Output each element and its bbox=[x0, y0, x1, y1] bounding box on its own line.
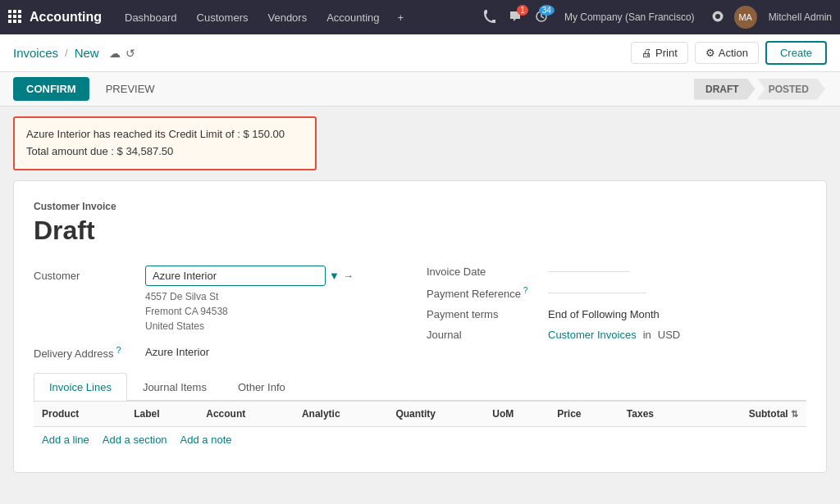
customer-field-wrapper: ▼ → 4557 De Silva St Fremont CA 94538 Un… bbox=[145, 266, 354, 334]
breadcrumb-current: New bbox=[75, 46, 99, 60]
scrollable-content: Accounting Dashboard Customers Vendors A… bbox=[0, 0, 840, 504]
svg-rect-7 bbox=[13, 20, 16, 23]
breadcrumb-parent[interactable]: Invoices bbox=[13, 46, 58, 60]
col-subtotal: Subtotal ⇅ bbox=[693, 401, 806, 426]
breadcrumb-bar: Invoices / New ☁ ↺ 🖨 Print ⚙ Action Crea… bbox=[0, 34, 840, 72]
add-line-link[interactable]: Add a line bbox=[42, 434, 89, 446]
delivery-help-icon[interactable]: ? bbox=[114, 345, 121, 355]
payment-terms-value: End of Following Month bbox=[548, 308, 660, 320]
customer-dropdown-icon[interactable]: ▼ bbox=[329, 270, 340, 282]
delivery-address-value: Azure Interior bbox=[145, 346, 209, 358]
cloud-save-icon[interactable]: ☁ bbox=[109, 47, 121, 60]
add-links-row: Add a line Add a section Add a note bbox=[34, 427, 806, 452]
preview-button[interactable]: PREVIEW bbox=[96, 77, 165, 101]
nav-accounting[interactable]: Accounting bbox=[318, 8, 387, 27]
chat-icon[interactable]: 1 bbox=[505, 7, 525, 29]
nav-vendors[interactable]: Vendors bbox=[259, 8, 315, 27]
journal-label: Journal bbox=[427, 329, 541, 341]
svg-rect-2 bbox=[18, 10, 21, 13]
svg-rect-6 bbox=[8, 20, 11, 23]
phone-icon[interactable] bbox=[479, 7, 499, 29]
journal-value[interactable]: Customer Invoices bbox=[548, 329, 637, 341]
address-street: 4557 De Silva St bbox=[145, 289, 354, 304]
invoice-date-row: Invoice Date bbox=[427, 266, 806, 278]
svg-rect-8 bbox=[18, 20, 21, 23]
svg-rect-3 bbox=[8, 15, 11, 18]
col-analytic: Analytic bbox=[294, 401, 387, 426]
sort-icon[interactable]: ⇅ bbox=[791, 409, 798, 419]
confirm-button[interactable]: CONFIRM bbox=[13, 77, 89, 101]
printer-icon: 🖨 bbox=[641, 47, 652, 59]
gear-icon: ⚙ bbox=[705, 47, 715, 59]
svg-rect-5 bbox=[18, 15, 21, 18]
journal-in: in bbox=[643, 329, 651, 341]
invoice-date-value[interactable] bbox=[548, 271, 630, 272]
delivery-address-label: Delivery Address ? bbox=[34, 345, 132, 360]
invoice-type-label: Customer Invoice bbox=[34, 201, 806, 212]
table-header-row: Product Label Account Analytic Quantity … bbox=[34, 401, 806, 426]
action-button[interactable]: ⚙ Action bbox=[695, 42, 759, 64]
address-city: Fremont CA 94538 bbox=[145, 304, 354, 319]
address-country: United States bbox=[145, 319, 354, 334]
payment-ref-help[interactable]: ? bbox=[521, 286, 527, 295]
svg-rect-1 bbox=[13, 10, 16, 13]
main-content: Customer Invoice Draft Customer ▼ → 4557… bbox=[13, 180, 827, 473]
nav-dashboard[interactable]: Dashboard bbox=[116, 8, 185, 27]
svg-rect-4 bbox=[13, 15, 16, 18]
status-draft: DRAFT bbox=[694, 79, 756, 100]
alert-line1: Azure Interior has reached its Credit Li… bbox=[26, 126, 304, 143]
print-button[interactable]: 🖨 Print bbox=[631, 42, 688, 64]
add-section-link[interactable]: Add a section bbox=[103, 434, 167, 446]
create-button[interactable]: Create bbox=[765, 41, 827, 65]
breadcrumb-separator: / bbox=[65, 47, 68, 59]
add-note-link[interactable]: Add a note bbox=[180, 434, 232, 446]
invoice-lines-table: Product Label Account Analytic Quantity … bbox=[34, 401, 806, 427]
col-account: Account bbox=[198, 401, 294, 426]
customer-address: 4557 De Silva St Fremont CA 94538 United… bbox=[145, 289, 354, 334]
tab-other-info[interactable]: Other Info bbox=[222, 373, 301, 401]
nav-add-icon[interactable]: + bbox=[391, 8, 411, 27]
action-bar: CONFIRM PREVIEW DRAFT POSTED bbox=[0, 72, 840, 107]
chat-badge: 1 bbox=[517, 5, 528, 16]
top-nav: Accounting Dashboard Customers Vendors A… bbox=[0, 0, 840, 34]
payment-ref-value[interactable] bbox=[548, 293, 646, 293]
col-price: Price bbox=[549, 401, 619, 426]
breadcrumb-icons: ☁ ↺ bbox=[109, 47, 135, 60]
payment-terms-row: Payment terms End of Following Month bbox=[427, 308, 806, 320]
customer-label: Customer bbox=[34, 266, 132, 282]
page-wrapper: Accounting Dashboard Customers Vendors A… bbox=[0, 0, 840, 504]
journal-currency: USD bbox=[658, 329, 680, 341]
svg-rect-0 bbox=[8, 10, 11, 13]
settings-icon[interactable] bbox=[708, 7, 728, 29]
app-grid-icon[interactable] bbox=[8, 10, 21, 25]
invoice-status: Draft bbox=[34, 216, 806, 246]
form-left: Customer ▼ → 4557 De Silva St Fremont CA… bbox=[34, 266, 413, 360]
status-posted: POSTED bbox=[757, 79, 825, 100]
credit-limit-alert: Azure Interior has reached its Credit Li… bbox=[13, 116, 317, 170]
tab-journal-items[interactable]: Journal Items bbox=[127, 373, 222, 401]
company-name: My Company (San Francisco) bbox=[564, 11, 695, 23]
customer-external-link-icon[interactable]: → bbox=[343, 270, 354, 282]
tab-invoice-lines[interactable]: Invoice Lines bbox=[34, 373, 127, 401]
col-product: Product bbox=[34, 401, 126, 426]
user-name: Mitchell Admin bbox=[769, 11, 832, 23]
customer-input[interactable] bbox=[145, 266, 326, 286]
tabs-bar: Invoice Lines Journal Items Other Info bbox=[34, 373, 806, 401]
payment-terms-label: Payment terms bbox=[427, 308, 541, 320]
status-pipeline: DRAFT POSTED bbox=[694, 79, 827, 100]
col-label: Label bbox=[126, 401, 198, 426]
clock-icon[interactable]: 34 bbox=[532, 7, 551, 29]
form-right: Invoice Date Payment Reference ? Payment… bbox=[427, 266, 806, 360]
col-quantity: Quantity bbox=[387, 401, 484, 426]
invoice-date-label: Invoice Date bbox=[427, 266, 541, 278]
clock-badge: 34 bbox=[539, 5, 555, 16]
payment-ref-label: Payment Reference ? bbox=[427, 286, 541, 300]
user-avatar[interactable]: MA bbox=[734, 6, 757, 29]
alert-line2: Total amount due : $ 34,587.50 bbox=[26, 143, 304, 161]
nav-icons: 1 34 My Company (San Francisco) MA Mitch… bbox=[479, 6, 832, 29]
breadcrumb-actions: 🖨 Print ⚙ Action Create bbox=[631, 41, 827, 65]
nav-customers[interactable]: Customers bbox=[189, 8, 257, 27]
col-uom: UoM bbox=[484, 401, 549, 426]
undo-icon[interactable]: ↺ bbox=[126, 47, 135, 60]
col-taxes: Taxes bbox=[619, 401, 693, 426]
